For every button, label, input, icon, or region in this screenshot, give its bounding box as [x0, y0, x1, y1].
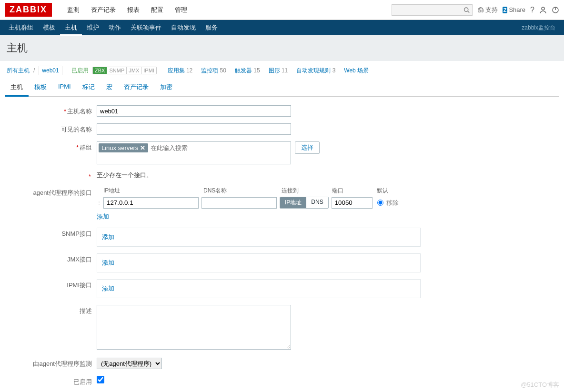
visible-name-input[interactable] [97, 123, 291, 135]
count-badge: 50 [218, 67, 226, 74]
z-badge-icon: Z [503, 7, 508, 13]
search-icon[interactable] [463, 7, 470, 13]
agent-iface-row: ⋮⋮ IP地址 DNS 移除 [97, 197, 554, 209]
connect-dns-option[interactable]: DNS [306, 197, 328, 208]
svg-point-0 [464, 8, 468, 11]
host-count-link[interactable]: 触发器 [235, 67, 252, 74]
sub-menu-item[interactable]: 关联项事件 [126, 20, 166, 36]
add-ipmi-iface-link[interactable]: 添加 [102, 285, 114, 292]
top-menu-item[interactable]: 管理 [169, 0, 193, 20]
host-count-link[interactable]: 监控项 [201, 67, 218, 74]
avail-zbx: ZBX [93, 67, 107, 74]
sub-menu-item[interactable]: 自动发现 [166, 20, 201, 36]
host-form: *主机名称 可见的名称 *群组 Linux servers ✕ 选择 * [5, 97, 559, 392]
host-count-link[interactable]: 图形 [269, 67, 280, 74]
enabled-checkbox[interactable] [97, 376, 104, 383]
share-label: Share [509, 6, 525, 13]
search-wrapper [392, 4, 473, 16]
tab-6[interactable]: 加密 [154, 79, 178, 96]
drag-handle-icon[interactable]: ⋮⋮ [97, 201, 103, 205]
top-right: 支持 Z Share ? [392, 4, 559, 16]
tab-2[interactable]: IPMI [52, 79, 77, 96]
ipmi-iface-label: IPMI接口 [10, 279, 97, 290]
all-hosts-link[interactable]: 所有主机 [7, 67, 30, 75]
tabs: 主机模板IPMI标记宏资产记录加密 [5, 79, 559, 97]
host-count-link[interactable]: 自动发现规则 [296, 67, 331, 74]
iface-note: 至少存在一个接口。 [97, 171, 554, 180]
snmp-iface-box: 添加 [97, 228, 421, 247]
count-badge: 3 [331, 67, 335, 74]
support-label: 支持 [485, 6, 498, 14]
host-name-input[interactable] [97, 105, 291, 117]
port-input[interactable] [332, 197, 373, 209]
host-counts: 应用集 12监控项 50触发器 15图形 11自动发现规则 3Web 场景 [168, 67, 369, 75]
page-header: 主机 [0, 35, 564, 61]
select-group-button[interactable]: 选择 [295, 141, 320, 154]
description-textarea[interactable] [97, 305, 291, 350]
groups-multiselect[interactable]: Linux servers ✕ [97, 141, 291, 164]
group-search-input[interactable] [150, 143, 289, 152]
col-port-label: 端口 [329, 187, 373, 195]
remove-tag-icon[interactable]: ✕ [140, 144, 145, 151]
sub-menu-item[interactable]: 动作 [104, 20, 126, 36]
logo[interactable]: ZABBIX [5, 3, 52, 17]
headset-icon [477, 7, 484, 13]
tab-4[interactable]: 宏 [101, 79, 118, 96]
top-menu-item[interactable]: 监测 [61, 0, 85, 20]
content: 所有主机 / web01 已启用 ZBXSNMPJMXIPMI 应用集 12监控… [0, 61, 564, 392]
remove-iface-link[interactable]: 移除 [386, 199, 399, 207]
tab-5[interactable]: 资产记录 [118, 79, 154, 96]
tab-3[interactable]: 标记 [77, 79, 101, 96]
user-icon[interactable] [539, 6, 547, 14]
connect-to-toggle: IP地址 DNS [280, 197, 329, 209]
add-jmx-iface-link[interactable]: 添加 [102, 259, 114, 266]
power-icon[interactable] [552, 6, 559, 14]
sub-nav-right-label: zabbix监控台 [522, 24, 560, 32]
description-label: 描述 [10, 305, 97, 315]
groups-label: *群组 [10, 141, 97, 152]
top-menu-item[interactable]: 资产记录 [85, 0, 121, 20]
host-count-link[interactable]: Web 场景 [344, 67, 369, 74]
count-badge: 15 [252, 67, 260, 74]
top-menu-item[interactable]: 报表 [121, 0, 145, 20]
iface-note-marker: * [10, 171, 97, 180]
sub-menu-item[interactable]: 主机 [60, 20, 82, 36]
top-menu: 监测资产记录报表配置管理 [61, 0, 193, 20]
avail-snmp: SNMP [107, 67, 127, 74]
avail-jmx: JMX [127, 67, 141, 74]
add-agent-iface-link[interactable]: 添加 [97, 213, 109, 220]
top-nav: ZABBIX 监测资产记录报表配置管理 支持 Z Share ? [0, 0, 564, 20]
host-name-label: *主机名称 [10, 105, 97, 116]
support-link[interactable]: 支持 [477, 6, 498, 14]
sub-menu-item[interactable]: 主机群组 [4, 20, 38, 36]
host-link[interactable]: web01 [39, 66, 62, 75]
help-icon[interactable]: ? [530, 6, 534, 14]
host-bar: 所有主机 / web01 已启用 ZBXSNMPJMXIPMI 应用集 12监控… [5, 61, 559, 79]
share-link[interactable]: Z Share [503, 6, 525, 13]
sub-menu-item[interactable]: 模板 [38, 20, 60, 36]
ip-input[interactable] [103, 197, 199, 209]
tab-0[interactable]: 主机 [5, 79, 29, 97]
sub-menu-item[interactable]: 维护 [82, 20, 104, 36]
breadcrumb-separator: / [33, 67, 35, 74]
enabled-label: 已启用 [10, 376, 97, 386]
default-iface-radio[interactable] [377, 200, 383, 206]
col-default-label: 默认 [373, 187, 388, 195]
tab-1[interactable]: 模板 [29, 79, 52, 96]
group-tag: Linux servers ✕ [99, 143, 148, 152]
watermark: @51CTO博客 [521, 381, 559, 389]
jmx-iface-box: 添加 [97, 253, 421, 272]
search-input[interactable] [392, 4, 473, 16]
proxy-select[interactable]: (无agent代理程序) [97, 358, 162, 369]
proxy-label: 由agent代理程序监测 [10, 358, 97, 368]
sub-nav: 主机群组模板主机维护动作关联项事件自动发现服务 zabbix监控台 [0, 20, 564, 35]
top-menu-item[interactable]: 配置 [145, 0, 169, 20]
sub-menu-item[interactable]: 服务 [201, 20, 222, 36]
dns-input[interactable] [201, 197, 277, 209]
snmp-iface-label: SNMP接口 [10, 228, 97, 238]
connect-ip-option[interactable]: IP地址 [280, 197, 306, 208]
agent-iface-label: agent代理程序的接口 [10, 187, 97, 197]
iface-header: IP地址 DNS名称 连接到 端口 默认 [97, 187, 554, 197]
add-snmp-iface-link[interactable]: 添加 [102, 233, 114, 241]
host-count-link[interactable]: 应用集 [168, 67, 185, 74]
